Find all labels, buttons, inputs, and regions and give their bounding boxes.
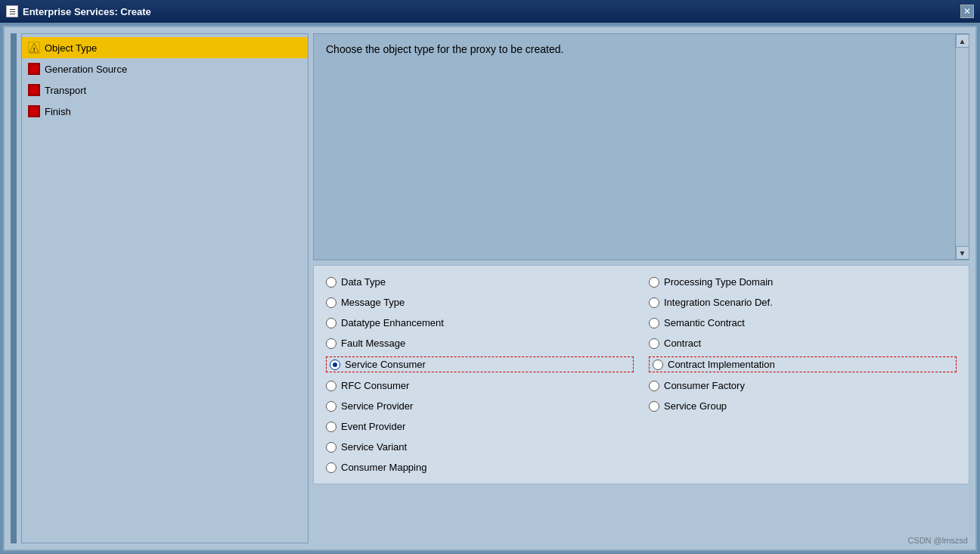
radio-label-processing-type-domain: Processing Type Domain [664,276,773,288]
radio-fault-message[interactable] [326,338,336,349]
radio-label-event-provider: Event Provider [341,421,405,432]
svg-rect-2 [29,64,39,73]
scroll-up-button[interactable]: ▲ [956,34,969,48]
radio-item-contract-implementation[interactable]: Contract Implementation [649,356,957,372]
right-column: Processing Type DomainIntegration Scenar… [649,275,957,475]
sidebar-label-generation-source: Generation Source [45,64,127,75]
radio-item-event-provider[interactable]: Event Provider [326,419,634,434]
radio-contract[interactable] [649,338,659,349]
radio-item-datatype-enhancement[interactable]: Datatype Enhancement [326,316,634,330]
radio-item-service-consumer[interactable]: Service Consumer [326,356,634,372]
sidebar-icon-generation-source [28,63,40,75]
radio-item-consumer-factory[interactable]: Consumer Factory [649,378,957,393]
radio-item-integration-scenario-def[interactable]: Integration Scenario Def. [649,295,957,310]
sidebar-item-finish[interactable]: Finish [22,101,308,122]
radio-label-integration-scenario-def: Integration Scenario Def. [664,297,773,308]
radio-label-data-type: Data Type [341,276,386,288]
radio-label-service-consumer: Service Consumer [345,359,426,370]
radio-label-contract-implementation: Contract Implementation [668,359,775,370]
radio-datatype-enhancement[interactable] [326,318,336,328]
svg-rect-4 [29,107,39,116]
radio-label-consumer-mapping: Consumer Mapping [341,462,426,473]
sidebar: !Object TypeGeneration SourceTransportFi… [21,33,309,543]
scrollbar[interactable]: ▲ ▼ [955,34,969,260]
svg-text:!: ! [33,46,36,53]
scroll-down-button[interactable]: ▼ [956,246,969,260]
info-box: Choose the object type for the proxy to … [313,33,969,260]
sidebar-item-transport[interactable]: Transport [22,79,308,101]
watermark: CSDN @lmszsd [907,536,968,545]
title-bar: ☰ Enterprise Services: Create ✕ [0,0,980,23]
svg-rect-3 [29,86,39,95]
dialog: !Object TypeGeneration SourceTransportFi… [3,26,977,551]
radio-item-service-provider[interactable]: Service Provider [326,399,634,413]
radio-item-contract[interactable]: Contract [649,336,957,350]
radio-rfc-consumer[interactable] [326,381,336,391]
radio-label-datatype-enhancement: Datatype Enhancement [341,317,444,328]
radio-item-service-variant[interactable]: Service Variant [326,440,634,454]
radio-data-type[interactable] [326,277,336,288]
left-column: Data TypeMessage TypeDatatype Enhancemen… [326,275,634,475]
radio-label-semantic-contract: Semantic Contract [664,317,745,328]
sidebar-label-finish: Finish [45,106,71,117]
radio-label-contract: Contract [664,338,701,349]
radio-event-provider[interactable] [326,422,336,432]
sidebar-icon-transport [28,84,40,96]
sidebar-item-object-type[interactable]: !Object Type [22,37,308,58]
radio-label-service-provider: Service Provider [341,400,413,412]
content-area: !Object TypeGeneration SourceTransportFi… [5,27,975,549]
radio-service-group[interactable] [649,401,659,412]
sidebar-label-transport: Transport [45,85,86,96]
radio-item-consumer-mapping[interactable]: Consumer Mapping [326,460,634,475]
radio-message-type[interactable] [326,297,336,308]
radio-semantic-contract[interactable] [649,318,659,328]
radio-label-consumer-factory: Consumer Factory [664,380,745,391]
radio-label-rfc-consumer: RFC Consumer [341,380,409,391]
radio-contract-implementation[interactable] [653,359,663,370]
radio-item-fault-message[interactable]: Fault Message [326,336,634,350]
radio-consumer-factory[interactable] [649,381,659,391]
title-bar-icon: ☰ [6,5,18,17]
options-area: Data TypeMessage TypeDatatype Enhancemen… [313,265,969,484]
close-button[interactable]: ✕ [960,5,974,18]
radio-label-fault-message: Fault Message [341,338,405,349]
radio-processing-type-domain[interactable] [649,277,659,288]
radio-item-processing-type-domain[interactable]: Processing Type Domain [649,275,957,289]
radio-service-provider[interactable] [326,401,336,412]
radio-service-consumer[interactable] [330,359,340,370]
radio-label-message-type: Message Type [341,297,405,308]
info-text: Choose the object type for the proxy to … [326,43,563,55]
sidebar-item-generation-source[interactable]: Generation Source [22,58,308,79]
sidebar-icon-finish [28,105,40,117]
left-strip [11,33,17,543]
radio-label-service-variant: Service Variant [341,441,407,453]
radio-item-data-type[interactable]: Data Type [326,275,634,289]
radio-service-variant[interactable] [326,442,336,453]
sidebar-label-object-type: Object Type [45,42,97,54]
radio-item-service-group[interactable]: Service Group [649,399,957,413]
radio-integration-scenario-def[interactable] [649,297,659,308]
radio-item-message-type[interactable]: Message Type [326,295,634,310]
right-panel: Choose the object type for the proxy to … [313,33,969,543]
radio-item-semantic-contract[interactable]: Semantic Contract [649,316,957,330]
radio-label-service-group: Service Group [664,400,727,412]
radio-consumer-mapping[interactable] [326,462,336,473]
title-bar-text: Enterprise Services: Create [23,6,151,17]
sidebar-icon-object-type: ! [28,42,40,54]
radio-item-rfc-consumer[interactable]: RFC Consumer [326,378,634,393]
